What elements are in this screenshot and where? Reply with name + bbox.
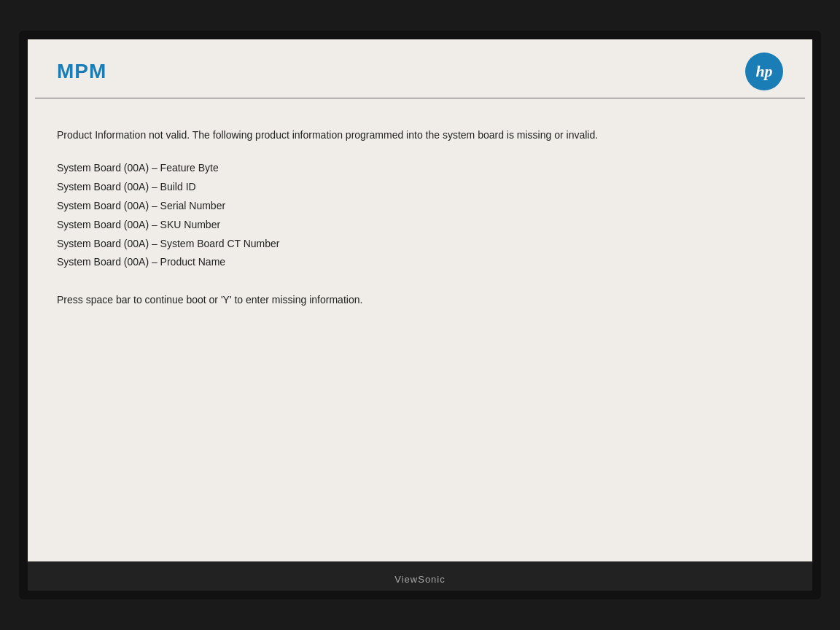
monitor-brand-label: ViewSonic	[394, 574, 445, 585]
list-item: System Board (00A) – System Board CT Num…	[57, 235, 783, 254]
press-instruction: Press space bar to continue boot or 'Y' …	[57, 294, 783, 306]
monitor-frame: MPM hp Product Information not valid. Th…	[19, 31, 821, 599]
hp-logo: hp	[745, 52, 783, 90]
header-bar: MPM hp	[35, 39, 805, 98]
list-item: System Board (00A) – Product Name	[57, 253, 783, 272]
error-message: Product Information not valid. The follo…	[57, 128, 783, 143]
bottom-bar: ViewSonic	[28, 561, 812, 591]
list-item: System Board (00A) – Serial Number	[57, 197, 783, 216]
content-area: Product Information not valid. The follo…	[28, 98, 812, 561]
screen: MPM hp Product Information not valid. Th…	[28, 39, 812, 561]
list-item: System Board (00A) – Feature Byte	[57, 159, 783, 178]
items-list: System Board (00A) – Feature ByteSystem …	[57, 159, 783, 272]
list-item: System Board (00A) – Build ID	[57, 178, 783, 197]
app-title: MPM	[57, 60, 106, 83]
list-item: System Board (00A) – SKU Number	[57, 216, 783, 235]
